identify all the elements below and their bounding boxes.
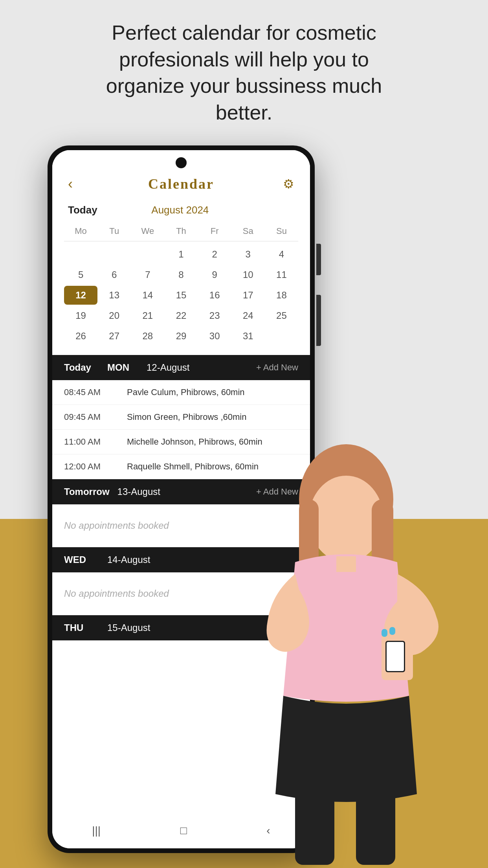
svg-rect-6 bbox=[389, 627, 395, 635]
settings-button[interactable]: ⚙ bbox=[275, 177, 294, 191]
home-button[interactable]: □ bbox=[180, 824, 187, 837]
tagline-line1: Perfect calendar for cosmetic bbox=[112, 21, 376, 44]
cal-day-14[interactable]: 14 bbox=[131, 286, 164, 305]
cal-cell bbox=[64, 245, 97, 264]
cal-day-24[interactable]: 24 bbox=[231, 306, 265, 325]
day-section-today: Today MON 12-August + Add New bbox=[52, 355, 310, 380]
cal-cell-empty bbox=[265, 327, 298, 346]
appointment-time: 08:45 AM bbox=[64, 387, 127, 397]
back-button[interactable]: ‹ bbox=[68, 176, 88, 192]
svg-rect-9 bbox=[336, 556, 356, 572]
cal-header-fr: Fr bbox=[198, 222, 231, 241]
cal-day-23[interactable]: 23 bbox=[198, 306, 231, 325]
cal-week-4: 19 20 21 22 23 24 25 bbox=[64, 306, 298, 325]
cal-day-12-today[interactable]: 12 bbox=[64, 286, 97, 305]
appointment-time: 09:45 AM bbox=[64, 412, 127, 422]
svg-rect-8 bbox=[387, 642, 404, 671]
appointment-details: Pavle Culum, Phibrows, 60min bbox=[127, 387, 245, 397]
cal-header-row: Mo Tu We Th Fr Sa Su bbox=[64, 222, 298, 243]
appointment-time: 11:00 AM bbox=[64, 437, 127, 447]
day-name-mon: MON bbox=[107, 362, 139, 373]
svg-rect-11 bbox=[356, 786, 395, 865]
person-svg bbox=[232, 440, 460, 868]
app-title: Calendar bbox=[148, 176, 214, 192]
cal-day-9[interactable]: 9 bbox=[198, 265, 231, 284]
no-appointments-text-wed: No appointments booked bbox=[64, 588, 169, 599]
calendar-header-section: ‹ Calendar ⚙ Today August 2024 bbox=[52, 150, 310, 355]
cal-day-21[interactable]: 21 bbox=[131, 306, 164, 325]
today-nav: Today August 2024 bbox=[52, 200, 310, 218]
cal-day-17[interactable]: 17 bbox=[231, 286, 265, 305]
day-label-wed: WED bbox=[64, 554, 99, 565]
recents-button[interactable]: ||| bbox=[92, 824, 101, 837]
cal-day-30[interactable]: 30 bbox=[198, 327, 231, 346]
month-label: August 2024 bbox=[151, 204, 209, 216]
day-label-thu: THU bbox=[64, 622, 99, 633]
cal-day-19[interactable]: 19 bbox=[64, 306, 97, 325]
cal-day-16[interactable]: 16 bbox=[198, 286, 231, 305]
cal-day-8[interactable]: 8 bbox=[164, 265, 198, 284]
cal-day-11[interactable]: 11 bbox=[265, 265, 298, 284]
tagline-line2: profesionals will help you to bbox=[119, 48, 369, 71]
cal-header-sa: Sa bbox=[231, 222, 265, 241]
cal-header-mo: Mo bbox=[64, 222, 97, 241]
tagline: Perfect calendar for cosmetic profesiona… bbox=[67, 20, 421, 126]
cal-week-5: 26 27 28 29 30 31 bbox=[64, 327, 298, 346]
appointment-time: 12:00 AM bbox=[64, 462, 127, 472]
cal-day-6[interactable]: 6 bbox=[97, 265, 131, 284]
cal-day-27[interactable]: 27 bbox=[97, 327, 131, 346]
cal-day-31[interactable]: 31 bbox=[231, 327, 265, 346]
cal-day-29[interactable]: 29 bbox=[164, 327, 198, 346]
day-label-today: Today bbox=[64, 362, 99, 373]
cal-day-18[interactable]: 18 bbox=[265, 286, 298, 305]
today-label[interactable]: Today bbox=[68, 204, 97, 216]
add-new-button-today[interactable]: + Add New bbox=[256, 362, 298, 373]
appointment-details: Simon Green, Phibrows ,60min bbox=[127, 412, 246, 422]
camera-notch bbox=[176, 157, 187, 168]
day-label-tomorrow: Tomorrow bbox=[64, 486, 110, 497]
cal-day-15[interactable]: 15 bbox=[164, 286, 198, 305]
phone-wrapper: ‹ Calendar ⚙ Today August 2024 bbox=[28, 145, 460, 868]
svg-rect-5 bbox=[382, 629, 387, 637]
cal-day-3[interactable]: 3 bbox=[231, 245, 265, 264]
cal-day-4[interactable]: 4 bbox=[265, 245, 298, 264]
svg-rect-10 bbox=[295, 786, 334, 865]
person-figure bbox=[232, 440, 460, 868]
calendar-grid: Mo Tu We Th Fr Sa Su bbox=[52, 218, 310, 355]
cal-day-1[interactable]: 1 bbox=[164, 245, 198, 264]
cal-day-10[interactable]: 10 bbox=[231, 265, 265, 284]
cal-week-3: 12 13 14 15 16 17 18 bbox=[64, 286, 298, 305]
cal-day-25[interactable]: 25 bbox=[265, 306, 298, 325]
cal-day-26[interactable]: 26 bbox=[64, 327, 97, 346]
cal-cell bbox=[131, 245, 164, 264]
cal-day-22[interactable]: 22 bbox=[164, 306, 198, 325]
cal-cell bbox=[97, 245, 131, 264]
cal-day-7[interactable]: 7 bbox=[131, 265, 164, 284]
cal-day-2[interactable]: 2 bbox=[198, 245, 231, 264]
cal-week-1: 1 2 3 4 bbox=[64, 245, 298, 264]
cal-header-th: Th bbox=[164, 222, 198, 241]
cal-header-we: We bbox=[131, 222, 164, 241]
appointment-row[interactable]: 09:45 AM Simon Green, Phibrows ,60min bbox=[52, 405, 310, 430]
cal-day-5[interactable]: 5 bbox=[64, 265, 97, 284]
cal-day-13[interactable]: 13 bbox=[97, 286, 131, 305]
tagline-line3: organize your bussiness much better. bbox=[106, 74, 382, 124]
cal-header-tu: Tu bbox=[97, 222, 131, 241]
cal-week-2: 5 6 7 8 9 10 11 bbox=[64, 265, 298, 284]
cal-day-28[interactable]: 28 bbox=[131, 327, 164, 346]
no-appointments-text: No appointments booked bbox=[64, 520, 169, 531]
cal-day-20[interactable]: 20 bbox=[97, 306, 131, 325]
day-date-13aug: 13-August bbox=[117, 486, 248, 497]
appointment-row[interactable]: 08:45 AM Pavle Culum, Phibrows, 60min bbox=[52, 380, 310, 405]
day-date-12aug: 12-August bbox=[147, 362, 248, 373]
cal-header-su: Su bbox=[265, 222, 298, 241]
